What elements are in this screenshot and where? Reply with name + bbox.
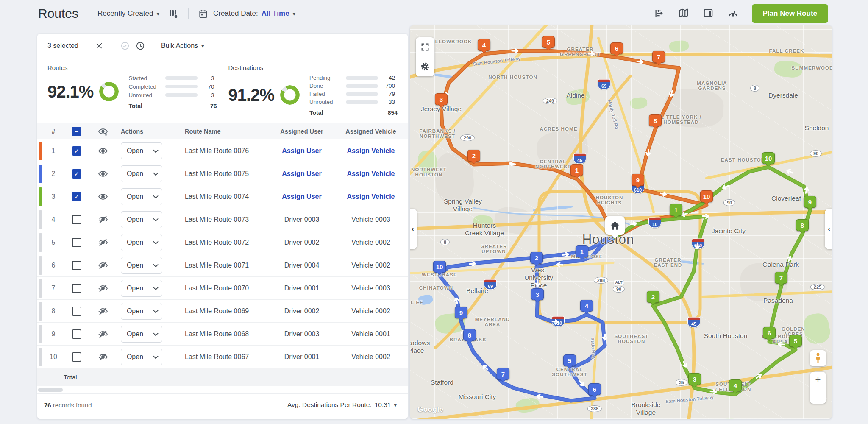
visibility-off-icon[interactable] (90, 352, 116, 362)
map-marker-orange-2[interactable]: 2 (467, 150, 480, 162)
map-marker-orange-4[interactable]: 4 (478, 39, 490, 51)
open-route-button[interactable]: Open (121, 211, 162, 228)
map-marker-blue-7[interactable]: 7 (497, 368, 509, 380)
visibility-on-icon[interactable] (90, 146, 116, 156)
row-checkbox[interactable] (72, 284, 81, 293)
assign-vehicle-link[interactable]: Assign Vehicle (347, 193, 395, 200)
row-checkbox[interactable] (72, 329, 81, 339)
plan-new-route-button[interactable]: Plan New Route (752, 4, 828, 23)
open-route-button[interactable]: Open (121, 165, 162, 182)
open-route-button[interactable]: Open (121, 326, 162, 343)
zoom-out-button[interactable]: − (810, 388, 826, 404)
map-marker-green-2[interactable]: 2 (647, 291, 659, 303)
open-dropdown-toggle[interactable] (149, 234, 162, 251)
open-dropdown-toggle[interactable] (149, 349, 162, 365)
scrollbar-thumb[interactable] (38, 388, 63, 392)
row-checkbox[interactable] (72, 215, 81, 224)
depot-home-marker[interactable] (605, 216, 625, 235)
map-marker-orange-1[interactable]: 1 (570, 164, 583, 176)
open-dropdown-toggle[interactable] (149, 212, 162, 228)
horizontal-scrollbar[interactable] (37, 386, 408, 394)
row-checkbox[interactable] (72, 238, 81, 247)
assign-vehicle-link[interactable]: Assign Vehicle (347, 147, 395, 154)
map-marker-orange-7[interactable]: 7 (652, 51, 665, 63)
schedule-icon[interactable] (135, 41, 145, 51)
zoom-in-button[interactable]: + (810, 372, 826, 388)
open-route-button[interactable]: Open (121, 234, 162, 251)
map-marker-green-9[interactable]: 9 (804, 196, 816, 208)
bulk-actions-dropdown[interactable]: Bulk Actions ▾ (161, 42, 204, 50)
map-icon[interactable] (678, 8, 690, 20)
visibility-off-icon[interactable] (90, 260, 116, 271)
assign-user-link[interactable]: Assign User (282, 193, 321, 200)
map-marker-blue-1[interactable]: 1 (576, 245, 588, 257)
mark-done-icon[interactable] (120, 41, 130, 51)
open-dropdown-toggle[interactable] (149, 166, 162, 182)
open-route-button[interactable]: Open (121, 280, 162, 297)
map-marker-blue-9[interactable]: 9 (455, 307, 467, 318)
map-marker-green-10[interactable]: 10 (762, 152, 775, 164)
open-dropdown-toggle[interactable] (149, 189, 162, 205)
map-marker-blue-6[interactable]: 6 (588, 383, 601, 395)
map-settings-gear-icon[interactable] (416, 57, 434, 76)
row-checkbox[interactable]: ✓ (72, 192, 81, 201)
map-marker-green-4[interactable]: 4 (729, 379, 742, 391)
open-dropdown-toggle[interactable] (149, 280, 162, 296)
map-marker-blue-4[interactable]: 4 (580, 300, 593, 312)
open-dropdown-toggle[interactable] (149, 143, 162, 159)
map-marker-orange-5[interactable]: 5 (542, 36, 555, 48)
pegman-icon[interactable] (810, 350, 826, 366)
clear-selection-icon[interactable] (94, 41, 104, 51)
visibility-off-icon[interactable] (90, 237, 116, 248)
row-checkbox[interactable]: ✓ (72, 169, 81, 179)
assign-user-link[interactable]: Assign User (282, 170, 321, 177)
panel-layout-icon[interactable] (703, 8, 715, 20)
map-marker-orange-10[interactable]: 10 (700, 190, 713, 202)
speedometer-icon[interactable] (727, 8, 739, 20)
open-route-button[interactable]: Open (121, 257, 162, 274)
visibility-on-icon[interactable] (90, 192, 116, 202)
open-dropdown-toggle[interactable] (149, 303, 162, 319)
map-marker-blue-5[interactable]: 5 (563, 354, 576, 366)
open-route-button[interactable]: Open (121, 188, 162, 205)
visibility-off-icon[interactable] (90, 215, 116, 225)
map-marker-orange-8[interactable]: 8 (649, 114, 662, 126)
visibility-off-icon[interactable] (90, 283, 116, 293)
open-dropdown-toggle[interactable] (149, 326, 162, 342)
map-marker-orange-9[interactable]: 9 (632, 174, 644, 186)
map-marker-green-6[interactable]: 6 (763, 327, 776, 339)
map-marker-green-8[interactable]: 8 (796, 219, 809, 231)
map-marker-orange-6[interactable]: 6 (610, 42, 623, 54)
open-dropdown-toggle[interactable] (149, 257, 162, 273)
map-marker-green-5[interactable]: 5 (789, 335, 802, 347)
row-checkbox[interactable] (72, 261, 81, 270)
map-marker-green-1[interactable]: 1 (670, 204, 682, 216)
open-route-button[interactable]: Open (121, 142, 162, 159)
assign-vehicle-link[interactable]: Assign Vehicle (347, 170, 395, 177)
created-date-filter[interactable]: Created Date: All Time ▾ (213, 9, 295, 18)
visibility-off-icon[interactable] (90, 306, 116, 316)
map-marker-green-3[interactable]: 3 (688, 373, 701, 385)
sort-dropdown[interactable]: Recently Created ▾ (97, 9, 159, 18)
open-route-button[interactable]: Open (121, 349, 162, 365)
map-marker-blue-3[interactable]: 3 (531, 288, 544, 300)
map-marker-green-7[interactable]: 7 (775, 272, 787, 284)
row-checkbox[interactable]: ✓ (72, 146, 81, 156)
map-marker-blue-8[interactable]: 8 (463, 329, 476, 341)
avg-destinations-dropdown[interactable]: Avg. Destinations Per Route: 10.31 ▾ (287, 401, 397, 409)
collapse-right-panel-handle[interactable]: ‹ (825, 209, 832, 249)
collapse-left-panel-handle[interactable]: ‹ (410, 209, 417, 249)
select-all-checkbox[interactable]: − (72, 127, 81, 136)
map-marker-blue-10[interactable]: 10 (433, 261, 446, 273)
routes-list-settings-icon[interactable] (654, 8, 665, 20)
map-marker-orange-3[interactable]: 3 (435, 93, 448, 105)
visibility-off-icon[interactable] (90, 329, 116, 339)
map-marker-blue-2[interactable]: 2 (530, 252, 543, 264)
visibility-all-icon[interactable] (90, 126, 116, 137)
columns-settings-icon[interactable] (168, 8, 179, 19)
open-route-button[interactable]: Open (121, 303, 162, 320)
map[interactable]: WILLOWBROOKGREATER GREENSPOINTNORTH HOUS… (410, 25, 832, 419)
row-checkbox[interactable] (72, 352, 81, 362)
visibility-on-icon[interactable] (90, 169, 116, 179)
fullscreen-icon[interactable] (416, 37, 434, 57)
